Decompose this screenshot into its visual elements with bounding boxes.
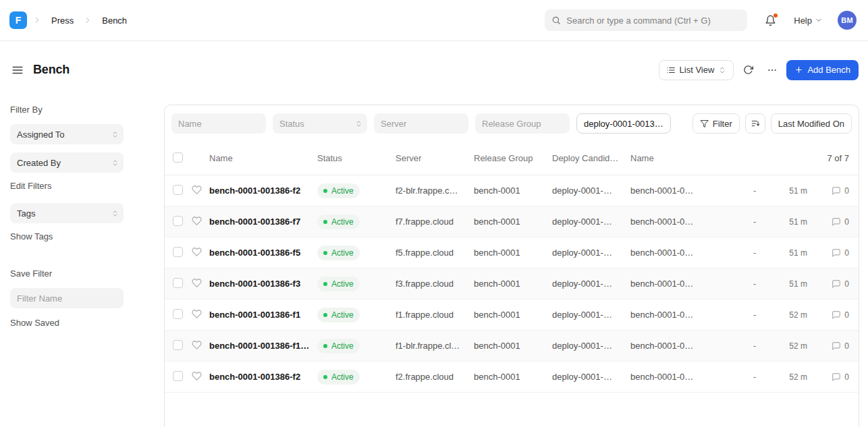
- bench-name[interactable]: bench-0001-001386-f7: [209, 217, 317, 227]
- bench-name[interactable]: bench-0001-001386-f5: [209, 248, 317, 258]
- row-checkbox[interactable]: [173, 340, 183, 350]
- search-icon: [551, 16, 561, 25]
- column-header-deploy-candidate[interactable]: Deploy Candid…: [552, 153, 630, 163]
- deploy-candidate-filter-input[interactable]: [576, 113, 671, 134]
- table-row[interactable]: bench-0001-001386-f1… Active f1-blr.frap…: [165, 331, 859, 362]
- server-filter-input[interactable]: [374, 113, 468, 134]
- favorite-button[interactable]: [192, 340, 202, 350]
- breadcrumb-press[interactable]: Press: [47, 13, 78, 28]
- bench-name[interactable]: bench-0001-001386-f1: [209, 310, 317, 320]
- status-badge: Active: [317, 215, 360, 229]
- view-selector-button[interactable]: List View: [659, 60, 734, 80]
- save-filter-label: Save Filter: [10, 268, 124, 279]
- comment-icon: [832, 186, 841, 196]
- deploy-candidate-cell: deploy-0001-…: [552, 186, 630, 196]
- status-badge: Active: [317, 277, 360, 291]
- comments-cell: 0: [807, 248, 850, 258]
- release-group-cell: bench-0001: [474, 279, 552, 289]
- bench-name-secondary-cell: bench-0001-0…: [630, 186, 753, 196]
- last-modified-cell: 51 m: [769, 217, 807, 227]
- filter-button-label: Filter: [713, 119, 732, 129]
- comment-count: 0: [844, 279, 849, 289]
- frappe-logo[interactable]: F: [9, 11, 27, 29]
- add-bench-button[interactable]: Add Bench: [786, 60, 859, 80]
- row-checkbox[interactable]: [173, 247, 183, 257]
- table-row[interactable]: bench-0001-001386-f5 Active f5.frappe.cl…: [165, 237, 859, 268]
- release-group-filter-input[interactable]: [475, 113, 570, 134]
- status-label: Active: [331, 341, 354, 351]
- deploy-candidate-cell: deploy-0001-…: [552, 248, 630, 258]
- deploy-candidate-cell: deploy-0001-…: [552, 341, 630, 351]
- ellipsis-icon: [767, 65, 778, 76]
- breadcrumb-bench[interactable]: Bench: [98, 13, 131, 28]
- heart-icon: [192, 247, 202, 257]
- filter-sidebar: Filter By Assigned To Created By Edit Fi…: [0, 96, 155, 340]
- table-row[interactable]: bench-0001-001386-f2 Active f2.frappe.cl…: [165, 362, 859, 393]
- comment-count: 0: [844, 248, 849, 258]
- favorite-button[interactable]: [192, 247, 202, 257]
- bench-name[interactable]: bench-0001-001386-f1…: [209, 341, 317, 351]
- favorite-button[interactable]: [192, 185, 202, 195]
- bench-name[interactable]: bench-0001-001386-f2: [209, 186, 317, 196]
- empty-value-cell: -: [753, 279, 769, 289]
- comments-cell: 0: [807, 372, 850, 382]
- filter-button[interactable]: Filter: [693, 113, 740, 134]
- status-dot: [323, 251, 327, 255]
- select-all-checkbox[interactable]: [173, 152, 183, 163]
- user-avatar[interactable]: BM: [838, 11, 857, 30]
- tags-select[interactable]: Tags: [10, 203, 124, 223]
- refresh-icon: [743, 65, 753, 75]
- table-row[interactable]: bench-0001-001386-f2 Active f2-blr.frapp…: [165, 175, 859, 206]
- favorite-button[interactable]: [192, 216, 202, 226]
- status-badge: Active: [317, 246, 360, 260]
- server-cell: f1.frappe.cloud: [396, 310, 474, 320]
- refresh-button[interactable]: [738, 60, 758, 80]
- favorite-button[interactable]: [192, 309, 202, 319]
- status-filter-select[interactable]: Status: [273, 113, 367, 134]
- edit-filters-link[interactable]: Edit Filters: [10, 181, 51, 191]
- notifications-button[interactable]: [762, 12, 779, 29]
- created-by-select[interactable]: Created By: [10, 152, 124, 173]
- column-header-status[interactable]: Status: [317, 153, 396, 163]
- status-badge: Active: [317, 339, 360, 353]
- column-header-name2[interactable]: Name: [630, 153, 753, 163]
- column-header-release-group[interactable]: Release Group: [474, 153, 552, 163]
- last-modified-cell: 52 m: [769, 310, 807, 320]
- list-filter-bar: Status Filter: [165, 105, 859, 142]
- row-checkbox[interactable]: [173, 185, 183, 195]
- search-input[interactable]: [566, 16, 740, 26]
- sidebar-toggle-button[interactable]: [10, 63, 25, 78]
- bench-name[interactable]: bench-0001-001386-f2: [209, 372, 317, 382]
- assigned-to-select[interactable]: Assigned To: [10, 124, 124, 144]
- comment-count: 0: [844, 341, 849, 351]
- status-label: Active: [331, 310, 354, 320]
- row-checkbox[interactable]: [173, 309, 183, 319]
- column-header-server[interactable]: Server: [396, 153, 474, 163]
- show-tags-link[interactable]: Show Tags: [10, 231, 53, 241]
- release-group-cell: bench-0001: [474, 372, 552, 382]
- sort-field-button[interactable]: Last Modified On: [771, 113, 852, 134]
- bench-name[interactable]: bench-0001-001386-f3: [209, 279, 317, 289]
- comment-count: 0: [844, 310, 849, 320]
- row-checkbox[interactable]: [173, 371, 183, 381]
- more-options-button[interactable]: [762, 60, 782, 80]
- column-header-name[interactable]: Name: [209, 153, 317, 163]
- table-row[interactable]: bench-0001-001386-f7 Active f7.frappe.cl…: [165, 206, 859, 237]
- table-row[interactable]: bench-0001-001386-f3 Active f3.frappe.cl…: [165, 268, 859, 300]
- help-menu[interactable]: Help: [794, 16, 823, 26]
- name-filter-input[interactable]: [171, 113, 266, 134]
- row-checkbox[interactable]: [173, 216, 183, 226]
- show-saved-link[interactable]: Show Saved: [10, 318, 59, 328]
- heart-icon: [192, 216, 202, 226]
- row-checkbox[interactable]: [173, 278, 183, 288]
- tags-label: Tags: [17, 208, 35, 219]
- empty-value-cell: -: [753, 341, 769, 351]
- favorite-button[interactable]: [192, 278, 202, 288]
- favorite-button[interactable]: [192, 371, 202, 381]
- table-row[interactable]: bench-0001-001386-f1 Active f1.frappe.cl…: [165, 300, 859, 331]
- filter-name-input[interactable]: [10, 288, 124, 308]
- command-search[interactable]: [545, 9, 747, 31]
- sort-icon: [751, 119, 760, 128]
- sort-direction-button[interactable]: [745, 113, 765, 134]
- status-dot: [323, 189, 327, 193]
